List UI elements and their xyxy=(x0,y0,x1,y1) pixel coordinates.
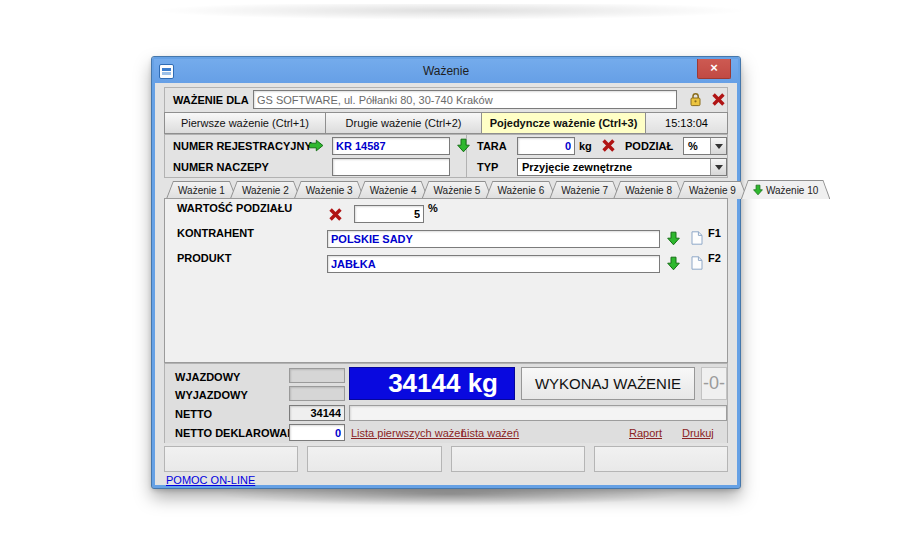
tab-wazenie-1[interactable]: Ważenie 1 xyxy=(166,181,237,199)
window-drop-shadow xyxy=(130,488,770,518)
numer-rejestracyjny-label: NUMER REJESTRACYJNY xyxy=(173,140,312,152)
status-strip xyxy=(349,405,727,421)
zero-button[interactable]: -0- xyxy=(701,367,727,400)
raport-link[interactable]: Raport xyxy=(629,427,662,439)
weighing-tab-page: WARTOŚĆ PODZIAŁU % KONTRAHENT xyxy=(164,198,728,363)
kontrahent-input[interactable] xyxy=(327,230,660,248)
numer-rejestracyjny-input[interactable] xyxy=(332,137,450,155)
netto-deklarowane-label: NETTO DEKLAROWANE xyxy=(175,427,303,439)
tab-drugie-wazenie[interactable]: Drugie ważenie (Ctrl+2) xyxy=(326,112,482,134)
netto-deklarowane-input[interactable] xyxy=(289,424,345,441)
pick-produkt-icon[interactable] xyxy=(667,256,680,271)
titlebar[interactable]: Ważenie × xyxy=(154,59,738,83)
numer-naczepy-input[interactable] xyxy=(332,158,450,176)
tab-wazenie-6[interactable]: Ważenie 6 xyxy=(485,181,556,199)
tab-wazenie-8[interactable]: Ważenie 8 xyxy=(613,181,684,199)
tara-unit: kg xyxy=(579,140,592,152)
numer-naczepy-label: NUMER NACZEPY xyxy=(173,161,269,173)
netto-input xyxy=(289,405,345,421)
division-unit: % xyxy=(428,202,438,214)
wartosc-podzialu-input[interactable] xyxy=(354,205,424,223)
wazenie-dla-input[interactable] xyxy=(253,90,677,109)
produkt-fkey: F2 xyxy=(708,252,721,264)
weighing-tab-strip: Ważenie 1 Ważenie 2 Ważenie 3 Ważenie 4 … xyxy=(166,180,823,199)
tab-wazenie-7[interactable]: Ważenie 7 xyxy=(549,181,620,199)
chevron-down-icon[interactable] xyxy=(710,138,726,154)
wyjazdowy-label: WYJAZDOWY xyxy=(175,389,248,401)
tab-wazenie-2[interactable]: Ważenie 2 xyxy=(230,181,301,199)
clear-division-icon[interactable] xyxy=(328,207,343,222)
footer-button-2[interactable] xyxy=(307,446,441,472)
tab-pierwsze-wazenie[interactable]: Pierwsze ważenie (Ctrl+1) xyxy=(164,112,326,134)
clock: 15:13:04 xyxy=(646,112,728,134)
ambient-shadow-top xyxy=(28,4,874,26)
wjazdowy-label: WJAZDOWY xyxy=(175,371,240,383)
podzial-combo[interactable]: % xyxy=(683,137,727,155)
clear-tara-icon[interactable] xyxy=(601,138,616,153)
chevron-down-icon[interactable] xyxy=(710,159,726,175)
close-icon[interactable]: × xyxy=(697,59,731,79)
wyjazdowy-input xyxy=(289,386,345,401)
lista-wazen-link[interactable]: Lista ważeń xyxy=(461,427,519,439)
lista-pierwszych-wazen-link[interactable]: Lista pierwszych ważeń xyxy=(351,427,467,439)
footer-button-row xyxy=(164,446,728,472)
wykonaj-wazenie-button[interactable]: WYKONAJ WAŻENIE xyxy=(521,367,695,400)
tab-wazenie-4[interactable]: Ważenie 4 xyxy=(358,181,429,199)
weight-display: 34144 kg xyxy=(349,367,515,400)
weight-result-panel: WJAZDOWY WYJAZDOWY 34144 kg WYKONAJ WAŻE… xyxy=(164,363,728,443)
netto-label: NETTO xyxy=(175,408,212,420)
podzial-label: PODZIAŁ xyxy=(625,140,673,152)
wazenie-dla-label: WAŻENIE DLA xyxy=(173,94,249,106)
footer-button-3[interactable] xyxy=(451,446,585,472)
pick-registration-icon[interactable] xyxy=(457,138,470,153)
header-row: WAŻENIE DLA xyxy=(164,87,728,112)
kontrahent-doc-icon[interactable] xyxy=(691,231,703,245)
tab-wazenie-9[interactable]: Ważenie 9 xyxy=(677,181,748,199)
active-tab-arrow-icon xyxy=(753,184,763,196)
tab-wazenie-10[interactable]: Ważenie 10 xyxy=(741,180,830,199)
wazenie-window: Ważenie × WAŻENIE DLA Pier xyxy=(152,57,740,488)
tara-label: TARA xyxy=(477,140,507,152)
kontrahent-fkey: F1 xyxy=(708,227,721,239)
drukuj-link[interactable]: Drukuj xyxy=(682,427,714,439)
wartosc-podzialu-label: WARTOŚĆ PODZIAŁU xyxy=(177,202,292,214)
arrow-right-icon[interactable] xyxy=(308,139,324,152)
clear-header-icon[interactable] xyxy=(711,92,726,107)
vehicle-fields-panel: NUMER REJESTRACYJNY TARA kg PODZIAŁ xyxy=(164,134,728,178)
wjazdowy-input xyxy=(289,368,345,383)
produkt-label: PRODUKT xyxy=(177,252,231,264)
mode-tab-bar: Pierwsze ważenie (Ctrl+1) Drugie ważenie… xyxy=(164,112,728,134)
produkt-doc-icon[interactable] xyxy=(691,256,703,270)
desktop: Ważenie × WAŻENIE DLA Pier xyxy=(0,0,902,552)
typ-label: TYP xyxy=(477,161,498,173)
footer-button-4[interactable] xyxy=(594,446,728,472)
lock-icon[interactable] xyxy=(689,92,702,107)
produkt-input[interactable] xyxy=(327,255,660,273)
tab-wazenie-5[interactable]: Ważenie 5 xyxy=(422,181,493,199)
kontrahent-label: KONTRAHENT xyxy=(177,227,254,239)
tara-input[interactable] xyxy=(517,137,575,155)
typ-combo[interactable]: Przyjęcie zewnętrzne xyxy=(517,158,727,176)
pick-kontrahent-icon[interactable] xyxy=(667,231,680,246)
footer-button-1[interactable] xyxy=(164,446,298,472)
pomoc-online-link[interactable]: POMOC ON-LINE xyxy=(166,474,255,486)
tab-pojedyncze-wazenie[interactable]: Pojedyncze ważenie (Ctrl+3) xyxy=(482,112,646,134)
tab-wazenie-3[interactable]: Ważenie 3 xyxy=(294,181,365,199)
window-title: Ważenie xyxy=(154,64,738,78)
